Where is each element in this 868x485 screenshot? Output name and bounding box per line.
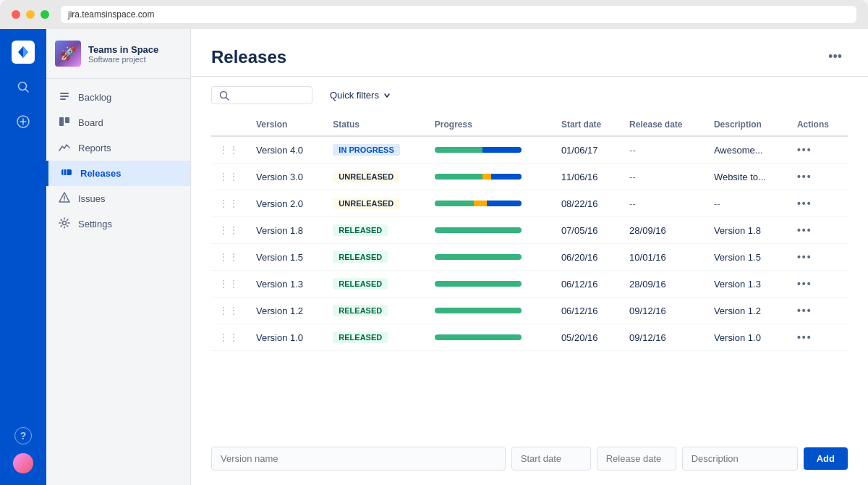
drag-handle-cell[interactable]: ⋮⋮ (211, 136, 249, 164)
actions-cell[interactable]: ••• (790, 164, 848, 190)
row-actions-menu[interactable]: ••• (797, 251, 841, 263)
main-header: Releases ••• (191, 29, 868, 77)
row-actions-menu[interactable]: ••• (797, 171, 841, 182)
version-name[interactable]: Version 4.0 (256, 145, 303, 156)
version-name[interactable]: Version 2.0 (256, 198, 303, 209)
drag-handle-cell[interactable]: ⋮⋮ (211, 217, 249, 244)
quick-filters-label: Quick filters (330, 90, 379, 101)
version-name[interactable]: Version 1.2 (256, 305, 303, 316)
release-date-cell: 10/01/16 (622, 244, 707, 271)
row-actions-menu[interactable]: ••• (797, 305, 841, 316)
user-avatar[interactable] (13, 453, 33, 473)
table-row: ⋮⋮ Version 1.3 RELEASED 06/12/16 28/09/1… (211, 271, 848, 298)
drag-handle-cell[interactable]: ⋮⋮ (211, 190, 249, 217)
release-date-input[interactable] (597, 447, 676, 471)
sidebar-item-issues[interactable]: Issues (46, 186, 190, 211)
svg-line-18 (226, 97, 229, 100)
search-box[interactable] (211, 86, 312, 104)
table-header: Version Status Progress Start date Relea… (211, 114, 848, 136)
drag-handle-icon[interactable]: ⋮⋮ (218, 332, 242, 343)
settings-icon (58, 217, 71, 231)
description-cell: Awesome... (707, 136, 790, 164)
drag-handle-cell[interactable]: ⋮⋮ (211, 298, 249, 324)
header-actions: ••• (822, 46, 848, 67)
sidebar-item-reports[interactable]: Reports (46, 135, 190, 161)
status-cell: RELEASED (326, 217, 427, 244)
browser-chrome: jira.teamsinspace.com (0, 0, 868, 29)
address-bar[interactable]: jira.teamsinspace.com (61, 6, 856, 23)
drag-handle-cell[interactable]: ⋮⋮ (211, 244, 249, 271)
drag-handle-icon[interactable]: ⋮⋮ (218, 198, 242, 209)
project-info: Teams in Space Software project (88, 44, 182, 64)
sidebar-item-board[interactable]: Board (46, 110, 190, 135)
version-name[interactable]: Version 3.0 (256, 172, 303, 182)
start-date-cell: 08/22/16 (554, 190, 622, 217)
add-version-form: Add (211, 447, 848, 471)
progress-bar (435, 201, 522, 206)
progress-green (435, 147, 482, 153)
close-traffic-light[interactable] (12, 10, 20, 19)
more-actions-button[interactable]: ••• (822, 46, 848, 67)
row-actions-menu[interactable]: ••• (797, 144, 841, 156)
version-name-input[interactable] (211, 447, 506, 471)
start-date-input[interactable] (511, 447, 591, 471)
actions-cell[interactable]: ••• (790, 271, 848, 298)
progress-cell (427, 298, 554, 324)
release-date-cell: -- (622, 164, 707, 190)
actions-cell[interactable]: ••• (790, 217, 848, 244)
logo-icon[interactable] (12, 41, 35, 64)
start-date-cell: 06/20/16 (554, 244, 622, 271)
drag-handle-icon[interactable]: ⋮⋮ (218, 224, 242, 236)
drag-handle-icon[interactable]: ⋮⋮ (218, 171, 242, 182)
add-version-button[interactable]: Add (804, 447, 848, 470)
version-name[interactable]: Version 1.8 (256, 225, 303, 236)
progress-green (435, 281, 522, 287)
quick-filters-button[interactable]: Quick filters (321, 85, 399, 105)
version-name[interactable]: Version 1.5 (256, 252, 303, 263)
sidebar-item-backlog[interactable]: Backlog (46, 85, 190, 110)
progress-green (435, 174, 482, 180)
col-version: Version (249, 114, 326, 136)
progress-green (435, 334, 522, 340)
backlog-label: Backlog (78, 92, 111, 103)
search-input[interactable] (234, 90, 299, 101)
col-actions: Actions (790, 114, 848, 136)
row-actions-menu[interactable]: ••• (797, 332, 841, 343)
drag-handle-cell[interactable]: ⋮⋮ (211, 164, 249, 190)
actions-cell[interactable]: ••• (790, 298, 848, 324)
minimize-traffic-light[interactable] (26, 10, 35, 19)
search-icon-left[interactable] (12, 75, 35, 98)
version-name[interactable]: Version 1.3 (256, 279, 303, 290)
create-icon[interactable] (12, 110, 35, 133)
drag-handle-cell[interactable]: ⋮⋮ (211, 271, 249, 298)
help-icon[interactable]: ? (14, 427, 32, 444)
page-title: Releases (211, 47, 286, 67)
actions-cell[interactable]: ••• (790, 324, 848, 351)
actions-cell[interactable]: ••• (790, 136, 848, 164)
drag-handle-icon[interactable]: ⋮⋮ (218, 278, 242, 290)
progress-yellow (482, 174, 491, 180)
status-cell: UNRELEASED (326, 164, 427, 190)
actions-cell[interactable]: ••• (790, 190, 848, 217)
project-header[interactable]: 🚀 Teams in Space Software project (46, 29, 190, 79)
col-description: Description (707, 114, 790, 136)
row-actions-menu[interactable]: ••• (797, 278, 841, 290)
progress-yellow (474, 201, 487, 206)
version-name[interactable]: Version 1.0 (256, 332, 303, 343)
drag-handle-cell[interactable]: ⋮⋮ (211, 324, 249, 351)
sidebar-item-settings[interactable]: Settings (46, 211, 190, 237)
fullscreen-traffic-light[interactable] (41, 10, 49, 19)
drag-handle-icon[interactable]: ⋮⋮ (218, 144, 242, 156)
board-label: Board (78, 117, 103, 128)
url-text: jira.teamsinspace.com (68, 9, 154, 20)
table-body: ⋮⋮ Version 4.0 IN PROGRESS 01/06/17 -- A… (211, 136, 848, 351)
description-input[interactable] (682, 447, 798, 471)
sidebar-item-releases[interactable]: Releases (46, 161, 190, 186)
row-actions-menu[interactable]: ••• (797, 224, 841, 236)
drag-handle-icon[interactable]: ⋮⋮ (218, 251, 242, 263)
actions-cell[interactable]: ••• (790, 244, 848, 271)
row-actions-menu[interactable]: ••• (797, 198, 841, 209)
progress-cell (427, 324, 554, 351)
drag-handle-icon[interactable]: ⋮⋮ (218, 305, 242, 316)
left-bar-bottom: ? (13, 427, 33, 485)
